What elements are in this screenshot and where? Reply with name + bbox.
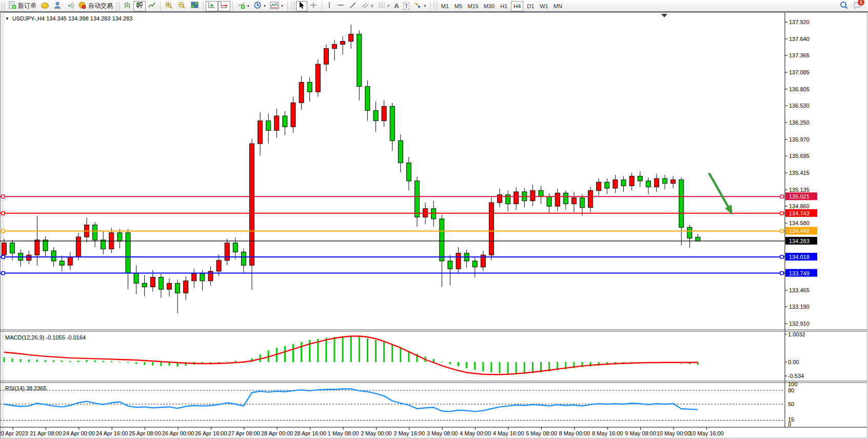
line-handle[interactable] bbox=[2, 212, 5, 215]
candle bbox=[696, 237, 700, 241]
timeframe-toolbar: M1M5M15M30H1H4D1W1MN bbox=[439, 1, 564, 11]
vertical-line-icon bbox=[326, 1, 332, 11]
timeframe-button-M30[interactable]: M30 bbox=[482, 1, 497, 11]
search-button[interactable] bbox=[837, 1, 851, 11]
time-axis-label: 4 May 16:00 bbox=[493, 430, 524, 436]
notification-badge: 1 bbox=[858, 0, 864, 6]
line-handle[interactable] bbox=[780, 255, 783, 258]
macd-histogram-bar bbox=[152, 362, 153, 366]
templates-button[interactable]: ▾ bbox=[268, 1, 285, 11]
bar-chart-button[interactable] bbox=[121, 1, 133, 11]
price-axis-tick: 137.365 bbox=[789, 52, 810, 58]
timeframe-button-H4[interactable]: H4 bbox=[511, 1, 523, 11]
timeframe-button-M1[interactable]: M1 bbox=[439, 1, 451, 11]
price-axis-tick: 137.920 bbox=[789, 19, 810, 25]
trendline-tool-button[interactable] bbox=[347, 1, 359, 11]
line-handle[interactable] bbox=[780, 195, 783, 198]
macd-histogram-bar bbox=[160, 362, 162, 366]
indicators-button[interactable]: ▾ bbox=[235, 1, 251, 11]
cursor-icon bbox=[298, 1, 305, 11]
line-handle[interactable] bbox=[2, 229, 5, 232]
candle bbox=[415, 181, 420, 217]
time-axis-label: 1 May 08:00 bbox=[328, 430, 359, 436]
indicators-icon bbox=[237, 1, 245, 11]
candle bbox=[357, 34, 362, 86]
accounts-button[interactable] bbox=[51, 1, 64, 11]
toolbar-grip[interactable] bbox=[116, 2, 120, 10]
arrows-icon bbox=[413, 1, 422, 11]
toolbar-grip[interactable] bbox=[291, 2, 294, 10]
signals-button[interactable] bbox=[64, 1, 76, 11]
chart-menu-triangle-icon[interactable]: ▼ bbox=[5, 16, 9, 21]
candle bbox=[613, 179, 618, 188]
candle bbox=[117, 233, 122, 241]
channel-icon bbox=[361, 1, 369, 11]
line-handle[interactable] bbox=[780, 212, 783, 215]
candle bbox=[142, 283, 147, 287]
zoom-in-button[interactable] bbox=[163, 1, 175, 11]
cursor-tool-button[interactable] bbox=[296, 1, 307, 11]
time-axis-label: 26 Apr 16:00 bbox=[195, 430, 227, 436]
macd-histogram-bar bbox=[507, 362, 509, 374]
candle bbox=[43, 240, 48, 251]
candle bbox=[60, 261, 64, 265]
line-handle[interactable] bbox=[780, 272, 783, 275]
crosshair-tool-button[interactable] bbox=[307, 1, 320, 11]
candle bbox=[571, 198, 576, 204]
toolbar-grip[interactable] bbox=[2, 2, 5, 10]
macd-histogram-bar bbox=[234, 361, 236, 362]
new-order-button[interactable]: 新订单 bbox=[6, 1, 38, 11]
zoom-out-button[interactable] bbox=[175, 1, 188, 11]
toolbar-grip[interactable] bbox=[434, 2, 437, 10]
candle bbox=[315, 64, 320, 92]
timeframe-button-M5[interactable]: M5 bbox=[452, 1, 464, 11]
chart-canvas[interactable]: 137.920137.640137.365137.085136.805136.5… bbox=[0, 12, 868, 439]
macd-histogram-bar bbox=[36, 360, 38, 362]
candle bbox=[687, 227, 692, 238]
macd-axis-tick: 0.00 bbox=[788, 359, 799, 365]
timeframe-button-MN[interactable]: MN bbox=[551, 1, 564, 11]
tile-windows-button[interactable] bbox=[188, 1, 201, 11]
macd-histogram-bar bbox=[86, 360, 88, 362]
timeframe-button-D1[interactable]: D1 bbox=[524, 1, 537, 11]
candlestick-chart-button[interactable] bbox=[133, 1, 146, 11]
time-axis-label: 10 May 00:00 bbox=[657, 430, 691, 436]
macd-histogram-bar bbox=[391, 345, 393, 362]
arrows-tool-button[interactable]: ▾ bbox=[411, 1, 428, 11]
price-axis-tick: 135.695 bbox=[789, 153, 810, 159]
line-handle[interactable] bbox=[2, 272, 5, 275]
time-axis-label: 28 Apr 16:00 bbox=[294, 430, 326, 436]
text-label-tool-button[interactable]: T bbox=[401, 1, 412, 11]
line-chart-button[interactable] bbox=[146, 1, 158, 11]
new-order-label: 新订单 bbox=[18, 2, 36, 10]
vertical-line-tool-button[interactable] bbox=[324, 1, 334, 11]
equidistant-channel-tool-button[interactable]: E bbox=[359, 1, 376, 11]
market-watch-button[interactable] bbox=[38, 1, 51, 11]
horizontal-line-tool-button[interactable] bbox=[334, 1, 347, 11]
line-handle[interactable] bbox=[2, 255, 5, 258]
auto-scroll-icon bbox=[208, 1, 216, 11]
candle bbox=[398, 141, 403, 163]
new-order-icon bbox=[8, 1, 16, 11]
crosshair-icon bbox=[309, 1, 318, 11]
notifications-button[interactable]: 1 bbox=[851, 1, 864, 11]
chart-shift-button[interactable] bbox=[218, 1, 230, 11]
price-badge-label: 134.283 bbox=[789, 238, 810, 244]
candle bbox=[646, 181, 650, 187]
line-handle[interactable] bbox=[780, 229, 783, 232]
candle bbox=[324, 49, 328, 65]
fibonacci-tool-button[interactable]: F bbox=[376, 1, 392, 11]
text-tool-button[interactable]: A bbox=[392, 1, 401, 11]
time-axis-label: 9 May 08:00 bbox=[625, 430, 656, 436]
timeframe-button-M15[interactable]: M15 bbox=[465, 1, 480, 11]
timeframe-button-H1[interactable]: H1 bbox=[498, 1, 510, 11]
auto-trading-button[interactable]: 自动交易 bbox=[76, 1, 115, 11]
periods-button[interactable]: ▾ bbox=[251, 1, 268, 11]
price-badge-label: 134.018 bbox=[789, 254, 810, 260]
macd-histogram-bar bbox=[466, 362, 467, 368]
line-handle[interactable] bbox=[2, 195, 5, 198]
candle bbox=[580, 198, 585, 208]
line-chart-icon bbox=[148, 1, 156, 11]
auto-scroll-button[interactable] bbox=[206, 1, 218, 11]
timeframe-button-W1[interactable]: W1 bbox=[538, 1, 550, 11]
